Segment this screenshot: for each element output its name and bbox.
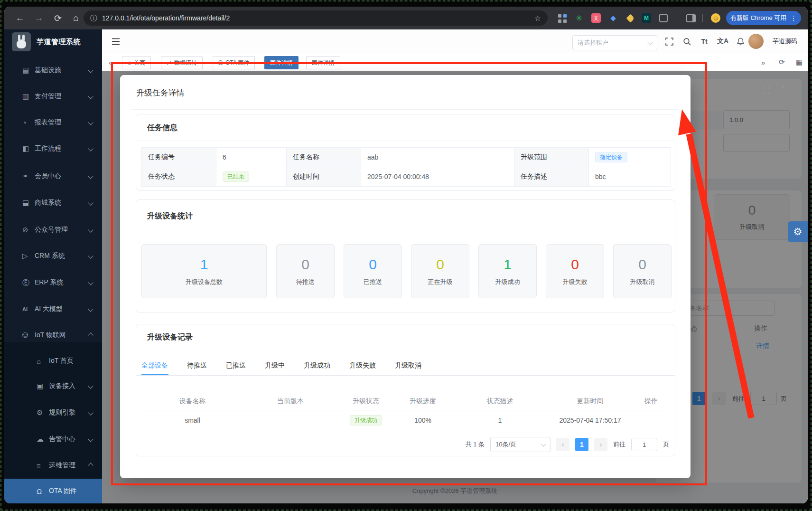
app-logo[interactable]: 芋道管理系统 <box>12 31 81 53</box>
page-size-select[interactable]: 10条/页 <box>490 437 551 452</box>
upgrade-task-detail-dialog: 升级任务详情 × 任务信息 任务编号 6 任务名称 aab 升级范围 指定设备 … <box>120 75 691 478</box>
stat-upgrading: 0正在升级 <box>411 244 469 298</box>
sidebar-item-report[interactable]: ◔报表管理 <box>4 113 102 132</box>
cloud-icon: ☁ <box>37 435 49 444</box>
sidebar-item-alert-center[interactable]: ☁告警中心 <box>4 430 102 449</box>
search-icon[interactable] <box>680 29 694 53</box>
sidebar-item-device-access[interactable]: ▣设备接入 <box>4 377 102 396</box>
field-label: 任务名称 <box>287 148 361 167</box>
sidebar-item-payment[interactable]: ▥支付管理 <box>4 87 102 106</box>
sidebar-item-wechat[interactable]: ⊘公众号管理 <box>4 220 102 239</box>
field-label: 任务编号 <box>142 148 216 167</box>
section-divider <box>136 230 675 230</box>
task-info-table: 任务编号 6 任务名称 aab 升级范围 指定设备 任务状态 已结束 创建时间 … <box>141 147 671 187</box>
sidebar-item-member[interactable]: ⚭会员中心 <box>4 167 102 186</box>
site-info-icon[interactable]: ⓘ <box>90 14 97 23</box>
record-tab-pending[interactable]: 待推送 <box>187 361 207 370</box>
sidebar-item-iot[interactable]: ⛁IoT 物联网 <box>4 326 102 345</box>
chevron-down-icon <box>88 253 93 258</box>
font-size-icon[interactable]: Tt <box>697 29 711 53</box>
dialog-close-icon[interactable]: × <box>780 82 786 93</box>
browser-forward-button[interactable]: → <box>32 7 46 29</box>
prev-page-button[interactable]: ‹ <box>556 438 569 451</box>
browser-home-button[interactable]: ⌂ <box>69 7 83 29</box>
side-panel-icon[interactable] <box>686 13 696 23</box>
record-tab-pushed[interactable]: 已推送 <box>226 361 246 370</box>
extension-icon-m[interactable]: M <box>642 13 651 23</box>
profile-emoji-avatar[interactable]: ☺ <box>711 13 720 23</box>
chevron-down-icon <box>88 383 93 388</box>
sidebar-item-iot-home[interactable]: ⌂IoT 首页 <box>4 351 102 370</box>
tenant-select[interactable]: 请选择租户 <box>572 35 657 50</box>
sidebar-item-workflow[interactable]: ◧工作流程 <box>4 139 102 158</box>
tabs-refresh-icon[interactable]: ⟳ <box>779 53 785 71</box>
tab-ota-firmware[interactable]: ΩOTA 固件 <box>213 56 255 69</box>
extension-icon-blue-lamp[interactable]: ◆ <box>608 13 618 23</box>
cell-current-version <box>243 410 337 430</box>
url-text: 127.0.0.1/iot/ota/operation/firmware/det… <box>102 14 230 22</box>
stat-cancelled: 0升级取消 <box>613 244 672 298</box>
record-tab-failed[interactable]: 升级失败 <box>349 361 376 370</box>
tabs-layout-icon[interactable]: ▦ <box>796 53 803 71</box>
medal-icon: Ω <box>37 487 49 495</box>
tab-data-flow[interactable]: ⇄数据流转 <box>161 56 203 69</box>
user-avatar[interactable] <box>748 34 764 49</box>
record-tab-all[interactable]: 全部设备 <box>141 361 168 370</box>
browser-reload-button[interactable]: ⟳ <box>51 7 65 29</box>
dialog-title: 升级任务详情 <box>136 87 185 98</box>
page-1-button[interactable]: 1 <box>575 438 588 451</box>
tab-home[interactable]: ⌂首页 <box>122 56 151 69</box>
dialog-fullscreen-icon[interactable] <box>763 86 770 96</box>
extension-icon-yellow-tag[interactable] <box>625 13 635 23</box>
username[interactable]: 芋道源码 <box>768 29 802 53</box>
extensions-puzzle-icon[interactable] <box>659 13 668 23</box>
stat-success: 1升级成功 <box>478 244 537 298</box>
sidebar-item-ops-management[interactable]: ≡运维管理 <box>4 456 102 475</box>
gear-icon: ⚙ <box>37 408 49 417</box>
record-tabs: 全部设备 待推送 已推送 升级中 升级成功 升级失败 升级取消 <box>141 361 421 370</box>
next-page-button[interactable]: › <box>594 438 607 451</box>
cell-device-name: small <box>141 410 243 430</box>
fullscreen-icon[interactable] <box>662 29 676 53</box>
field-value: 已结束 <box>216 167 287 187</box>
device-stats-card: 升级设备统计 1升级设备总数 0待推送 0已推送 0正在升级 1升级成功 0升级… <box>136 199 675 312</box>
bookmark-star-icon[interactable]: ☆ <box>534 14 541 23</box>
collapse-sidebar-icon[interactable] <box>109 29 123 53</box>
logo-rabbit-image <box>12 32 31 51</box>
sidebar-item-rule-engine[interactable]: ⚙规则引擎 <box>4 403 102 422</box>
tab-firmware-detail[interactable]: 固件详情 <box>306 56 340 69</box>
extension-icon-translate[interactable]: 文 <box>591 13 601 23</box>
sidebar-item-ai[interactable]: AIAI 大模型 <box>4 300 102 319</box>
extension-icon-green-star[interactable]: ✳ <box>574 13 584 23</box>
tab-firmware-detail-active[interactable]: 固件详情 <box>264 56 299 69</box>
sidebar-item-erp[interactable]: ⒺERP 系统 <box>4 273 102 292</box>
record-tab-cancelled[interactable]: 升级取消 <box>395 361 421 370</box>
sidebar-item-infrastructure[interactable]: ▤基础设施 <box>4 61 102 80</box>
extension-icon-grid[interactable] <box>557 13 567 23</box>
pie-chart-icon: ◔ <box>22 119 35 127</box>
field-label: 任务状态 <box>142 167 216 187</box>
browser-back-button[interactable]: ← <box>13 7 27 29</box>
field-value: aab <box>361 148 514 167</box>
address-bar[interactable]: ⓘ 127.0.0.1/iot/ota/operation/firmware/d… <box>84 10 548 26</box>
record-tab-upgrading[interactable]: 升级中 <box>265 361 285 370</box>
language-icon[interactable]: 文A <box>715 29 731 53</box>
task-info-card: 任务信息 任务编号 6 任务名称 aab 升级范围 指定设备 任务状态 已结束 … <box>136 114 675 191</box>
record-tab-success[interactable]: 升级成功 <box>304 361 330 370</box>
app-title: 芋道管理系统 <box>37 38 81 47</box>
chrome-update-button[interactable]: 有新版 Chrome 可用 ⋮ <box>726 11 801 25</box>
goto-page-input[interactable] <box>631 438 657 451</box>
tabs-scroll-right-icon[interactable]: » <box>761 53 765 71</box>
field-label: 创建时间 <box>287 167 361 187</box>
theme-settings-button[interactable]: ⚙ <box>788 221 808 242</box>
chrome-menu-dots-icon[interactable]: ⋮ <box>790 14 797 22</box>
workflow-icon: ◧ <box>22 144 35 153</box>
notification-bell-icon[interactable] <box>733 29 747 53</box>
sidebar-item-ota-firmware[interactable]: ΩOTA 固件 <box>4 479 102 503</box>
tabs-scroll-left-icon[interactable]: « <box>109 53 112 71</box>
field-value: 2025-07-04 00:00:48 <box>361 167 514 187</box>
sidebar-item-crm[interactable]: ▷CRM 系统 <box>4 246 102 265</box>
browser-chrome: ← → ⟳ ⌂ ⓘ 127.0.0.1/iot/ota/operation/fi… <box>4 7 808 29</box>
shop-icon: ⬓ <box>22 199 35 207</box>
sidebar-item-mall[interactable]: ⬓商城系统 <box>4 193 102 212</box>
